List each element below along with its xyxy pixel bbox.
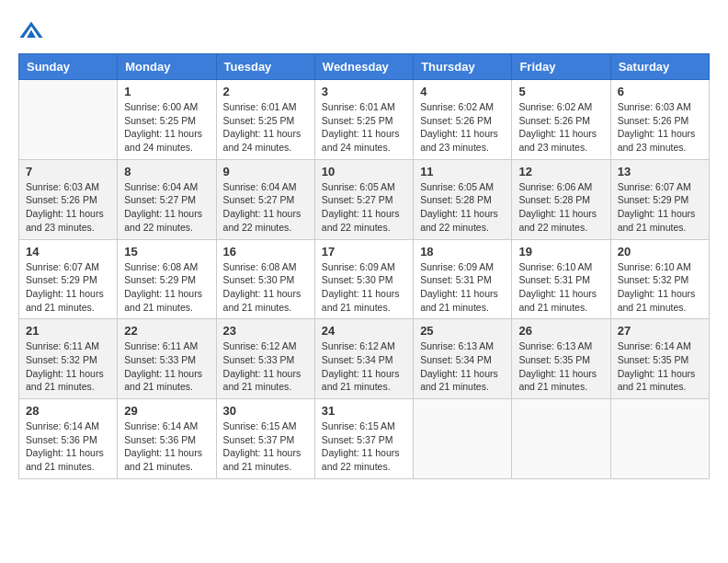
day-info: Sunrise: 6:15 AMSunset: 5:37 PMDaylight:…: [322, 419, 406, 474]
day-info: Sunrise: 6:14 AMSunset: 5:36 PMDaylight:…: [124, 419, 209, 474]
calendar-cell: 18Sunrise: 6:09 AMSunset: 5:31 PMDayligh…: [414, 239, 512, 319]
day-number: 7: [26, 165, 110, 178]
day-info: Sunrise: 6:07 AMSunset: 5:29 PMDaylight:…: [618, 180, 702, 235]
day-number: 30: [223, 404, 308, 418]
day-number: 4: [420, 85, 505, 98]
calendar-cell: 26Sunrise: 6:13 AMSunset: 5:35 PMDayligh…: [512, 319, 610, 399]
day-info: Sunrise: 6:02 AMSunset: 5:26 PMDaylight:…: [518, 100, 603, 155]
calendar-cell: 17Sunrise: 6:09 AMSunset: 5:30 PMDayligh…: [314, 239, 413, 319]
day-number: 27: [618, 324, 702, 338]
calendar-cell: 4Sunrise: 6:02 AMSunset: 5:26 PMDaylight…: [414, 80, 512, 160]
weekday-header-wednesday: Wednesday: [314, 54, 413, 80]
day-number: 28: [26, 404, 110, 418]
day-number: 19: [518, 245, 603, 259]
day-number: 23: [223, 324, 308, 338]
calendar-cell: 12Sunrise: 6:06 AMSunset: 5:28 PMDayligh…: [512, 159, 610, 239]
day-info: Sunrise: 6:04 AMSunset: 5:27 PMDaylight:…: [223, 180, 308, 235]
week-row-2: 7Sunrise: 6:03 AMSunset: 5:26 PMDaylight…: [19, 159, 710, 239]
calendar-cell: 6Sunrise: 6:03 AMSunset: 5:26 PMDaylight…: [610, 80, 709, 160]
calendar-cell: 28Sunrise: 6:14 AMSunset: 5:36 PMDayligh…: [19, 399, 118, 479]
calendar-cell: 2Sunrise: 6:01 AMSunset: 5:25 PMDaylight…: [216, 80, 314, 160]
day-info: Sunrise: 6:14 AMSunset: 5:35 PMDaylight:…: [618, 339, 702, 394]
day-number: 25: [420, 324, 505, 338]
day-number: 24: [322, 324, 406, 338]
calendar-cell: 21Sunrise: 6:11 AMSunset: 5:32 PMDayligh…: [19, 319, 118, 399]
day-number: 5: [518, 85, 603, 98]
calendar-cell: 14Sunrise: 6:07 AMSunset: 5:29 PMDayligh…: [19, 239, 118, 319]
day-number: 1: [124, 85, 209, 98]
calendar-cell: 22Sunrise: 6:11 AMSunset: 5:33 PMDayligh…: [118, 319, 216, 399]
week-row-3: 14Sunrise: 6:07 AMSunset: 5:29 PMDayligh…: [19, 239, 710, 319]
weekday-header-tuesday: Tuesday: [216, 54, 314, 80]
page-header: [18, 18, 710, 44]
day-number: 8: [124, 165, 209, 178]
calendar-cell: 16Sunrise: 6:08 AMSunset: 5:30 PMDayligh…: [216, 239, 314, 319]
calendar-cell: 1Sunrise: 6:00 AMSunset: 5:25 PMDaylight…: [118, 80, 216, 160]
calendar-cell: [512, 399, 610, 479]
calendar-cell: 19Sunrise: 6:10 AMSunset: 5:31 PMDayligh…: [512, 239, 610, 319]
day-info: Sunrise: 6:01 AMSunset: 5:25 PMDaylight:…: [223, 100, 308, 155]
calendar-cell: 5Sunrise: 6:02 AMSunset: 5:26 PMDaylight…: [512, 80, 610, 160]
day-info: Sunrise: 6:07 AMSunset: 5:29 PMDaylight:…: [26, 260, 110, 315]
week-row-4: 21Sunrise: 6:11 AMSunset: 5:32 PMDayligh…: [19, 319, 710, 399]
day-info: Sunrise: 6:00 AMSunset: 5:25 PMDaylight:…: [124, 100, 209, 155]
day-number: 16: [223, 245, 308, 259]
day-number: 21: [26, 324, 110, 338]
calendar-cell: 10Sunrise: 6:05 AMSunset: 5:27 PMDayligh…: [314, 159, 413, 239]
day-info: Sunrise: 6:04 AMSunset: 5:27 PMDaylight:…: [124, 180, 209, 235]
calendar-cell: 23Sunrise: 6:12 AMSunset: 5:33 PMDayligh…: [216, 319, 314, 399]
day-number: 10: [322, 165, 406, 178]
day-info: Sunrise: 6:09 AMSunset: 5:31 PMDaylight:…: [420, 260, 505, 315]
calendar-cell: 13Sunrise: 6:07 AMSunset: 5:29 PMDayligh…: [610, 159, 709, 239]
day-info: Sunrise: 6:06 AMSunset: 5:28 PMDaylight:…: [518, 180, 603, 235]
weekday-header-row: SundayMondayTuesdayWednesdayThursdayFrid…: [19, 54, 710, 80]
calendar-cell: [610, 399, 709, 479]
calendar-cell: 11Sunrise: 6:05 AMSunset: 5:28 PMDayligh…: [414, 159, 512, 239]
calendar-cell: 27Sunrise: 6:14 AMSunset: 5:35 PMDayligh…: [610, 319, 709, 399]
day-number: 29: [124, 404, 209, 418]
day-info: Sunrise: 6:10 AMSunset: 5:32 PMDaylight:…: [618, 260, 702, 315]
weekday-header-thursday: Thursday: [414, 54, 512, 80]
day-info: Sunrise: 6:13 AMSunset: 5:34 PMDaylight:…: [420, 339, 505, 394]
day-info: Sunrise: 6:05 AMSunset: 5:28 PMDaylight:…: [420, 180, 505, 235]
day-number: 14: [26, 245, 110, 259]
day-info: Sunrise: 6:10 AMSunset: 5:31 PMDaylight:…: [518, 260, 603, 315]
day-number: 17: [322, 245, 406, 259]
calendar-cell: 31Sunrise: 6:15 AMSunset: 5:37 PMDayligh…: [314, 399, 413, 479]
weekday-header-sunday: Sunday: [19, 54, 118, 80]
calendar-cell: 7Sunrise: 6:03 AMSunset: 5:26 PMDaylight…: [19, 159, 118, 239]
day-info: Sunrise: 6:08 AMSunset: 5:30 PMDaylight:…: [223, 260, 308, 315]
day-info: Sunrise: 6:11 AMSunset: 5:32 PMDaylight:…: [26, 339, 110, 394]
calendar-cell: 25Sunrise: 6:13 AMSunset: 5:34 PMDayligh…: [414, 319, 512, 399]
day-number: 20: [618, 245, 702, 259]
day-info: Sunrise: 6:05 AMSunset: 5:27 PMDaylight:…: [322, 180, 406, 235]
week-row-1: 1Sunrise: 6:00 AMSunset: 5:25 PMDaylight…: [19, 80, 710, 160]
calendar-cell: 30Sunrise: 6:15 AMSunset: 5:37 PMDayligh…: [216, 399, 314, 479]
calendar-cell: [19, 80, 118, 160]
day-info: Sunrise: 6:15 AMSunset: 5:37 PMDaylight:…: [223, 419, 308, 474]
day-info: Sunrise: 6:03 AMSunset: 5:26 PMDaylight:…: [618, 100, 702, 155]
day-number: 11: [420, 165, 505, 178]
calendar-cell: 20Sunrise: 6:10 AMSunset: 5:32 PMDayligh…: [610, 239, 709, 319]
week-row-5: 28Sunrise: 6:14 AMSunset: 5:36 PMDayligh…: [19, 399, 710, 479]
day-number: 13: [618, 165, 702, 178]
day-info: Sunrise: 6:13 AMSunset: 5:35 PMDaylight:…: [518, 339, 603, 394]
weekday-header-friday: Friday: [512, 54, 610, 80]
day-info: Sunrise: 6:14 AMSunset: 5:36 PMDaylight:…: [26, 419, 110, 474]
calendar-cell: [414, 399, 512, 479]
logo: [18, 18, 48, 44]
day-number: 9: [223, 165, 308, 178]
day-number: 2: [223, 85, 308, 98]
day-info: Sunrise: 6:02 AMSunset: 5:26 PMDaylight:…: [420, 100, 505, 155]
calendar-cell: 3Sunrise: 6:01 AMSunset: 5:25 PMDaylight…: [314, 80, 413, 160]
day-info: Sunrise: 6:01 AMSunset: 5:25 PMDaylight:…: [322, 100, 406, 155]
day-number: 26: [518, 324, 603, 338]
day-info: Sunrise: 6:12 AMSunset: 5:34 PMDaylight:…: [322, 339, 406, 394]
day-info: Sunrise: 6:12 AMSunset: 5:33 PMDaylight:…: [223, 339, 308, 394]
weekday-header-monday: Monday: [118, 54, 216, 80]
calendar-cell: 24Sunrise: 6:12 AMSunset: 5:34 PMDayligh…: [314, 319, 413, 399]
day-number: 3: [322, 85, 406, 98]
day-number: 18: [420, 245, 505, 259]
logo-icon: [18, 18, 44, 44]
day-number: 31: [322, 404, 406, 418]
